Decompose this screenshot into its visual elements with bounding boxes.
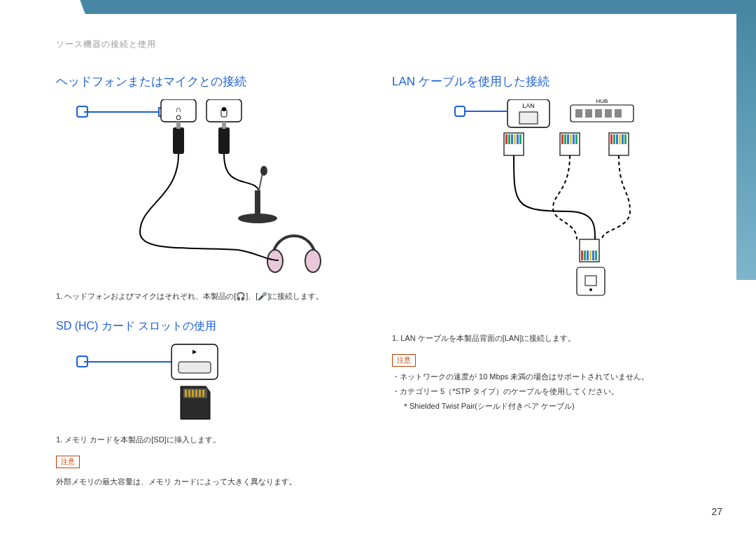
svg-rect-46 xyxy=(564,134,566,144)
svg-rect-45 xyxy=(561,134,564,144)
sd-title: SD (HC) カード スロットの使用 xyxy=(56,319,364,334)
svg-rect-52 xyxy=(610,134,612,144)
svg-rect-24 xyxy=(192,390,194,397)
lan-port-label: LAN xyxy=(522,102,535,109)
lan-title: LAN ケーブルを使用した接続 xyxy=(392,73,714,90)
right-column: LAN ケーブルを使用した接続 LAN HUB xyxy=(392,73,714,413)
svg-rect-9 xyxy=(218,127,230,154)
svg-rect-28 xyxy=(455,106,465,116)
svg-rect-50 xyxy=(575,134,578,144)
hub-label: HUB xyxy=(596,99,608,104)
svg-point-12 xyxy=(260,166,267,176)
svg-rect-19 xyxy=(178,362,211,373)
headphone-mic-diagram: ∩ xyxy=(56,99,364,284)
svg-point-16 xyxy=(305,250,321,272)
svg-rect-33 xyxy=(585,109,592,118)
svg-rect-63 xyxy=(592,251,594,260)
svg-rect-25 xyxy=(195,390,197,397)
svg-rect-14 xyxy=(255,190,260,218)
svg-point-67 xyxy=(589,288,592,291)
svg-rect-30 xyxy=(519,112,538,124)
page-number: 27 xyxy=(711,506,722,517)
svg-rect-43 xyxy=(519,134,522,144)
svg-rect-38 xyxy=(505,134,507,144)
left-column: ヘッドフォンまたはマイクとの接続 ∩ xyxy=(56,73,364,493)
headphone-mic-title: ヘッドフォンまたはマイクとの接続 xyxy=(56,73,364,90)
notice-label-sd: 注意 xyxy=(56,456,80,468)
svg-rect-48 xyxy=(570,134,572,144)
breadcrumb: ソース機器の接続と使用 xyxy=(56,38,156,50)
svg-rect-34 xyxy=(595,109,602,118)
svg-rect-7 xyxy=(173,127,184,154)
lan-bullet2-sub: ＊Shielded Twist Pair(シールド付きペア ケーブル) xyxy=(392,399,714,414)
svg-rect-59 xyxy=(581,251,583,260)
sd-step: 1. メモリ カードを本製品の[SD]に挿入します。 xyxy=(56,433,364,447)
sd-notice: 外部メモリの最大容量は、メモリ カードによって大きく異なります。 xyxy=(56,475,364,489)
lan-step: 1. LAN ケーブルを本製品背面の[LAN]に接続します。 xyxy=(392,332,714,346)
svg-line-11 xyxy=(259,173,262,190)
svg-rect-22 xyxy=(185,390,187,397)
notice-label-lan: 注意 xyxy=(392,354,416,367)
lan-bullet1: ・ネットワークの速度が 10 Mbps 未満の場合はサポートされていません。 xyxy=(392,370,714,384)
svg-rect-41 xyxy=(514,134,516,144)
svg-rect-61 xyxy=(587,251,589,260)
svg-text:▶: ▶ xyxy=(192,349,197,355)
svg-text:∩: ∩ xyxy=(176,104,182,114)
svg-rect-53 xyxy=(613,134,615,144)
svg-rect-8 xyxy=(176,122,181,129)
sd-diagram: ▶ xyxy=(56,341,364,428)
svg-rect-54 xyxy=(616,134,618,144)
svg-rect-39 xyxy=(508,134,510,144)
svg-rect-56 xyxy=(622,134,624,144)
svg-rect-35 xyxy=(605,109,612,118)
svg-rect-23 xyxy=(188,390,190,397)
svg-rect-27 xyxy=(202,390,204,397)
svg-rect-26 xyxy=(199,390,201,397)
svg-rect-47 xyxy=(567,134,569,144)
svg-rect-64 xyxy=(595,251,597,260)
svg-rect-40 xyxy=(511,134,513,144)
svg-rect-60 xyxy=(584,251,586,260)
svg-rect-49 xyxy=(573,134,575,144)
svg-rect-32 xyxy=(575,109,582,118)
svg-rect-36 xyxy=(615,109,622,118)
svg-rect-66 xyxy=(585,276,596,286)
svg-point-15 xyxy=(267,250,283,272)
lan-diagram: LAN HUB xyxy=(392,99,714,326)
headphone-step: 1. ヘッドフォンおよびマイクはそれぞれ、本製品の[🎧]、[🎤]に接続します。 xyxy=(56,290,364,304)
svg-rect-57 xyxy=(624,134,626,144)
svg-rect-55 xyxy=(619,134,621,144)
svg-rect-10 xyxy=(222,122,226,129)
lan-bullet2: ・カテゴリー 5（*STP タイプ）のケーブルを使用してください。 xyxy=(392,384,714,399)
svg-rect-62 xyxy=(589,251,592,260)
svg-rect-42 xyxy=(517,134,519,144)
